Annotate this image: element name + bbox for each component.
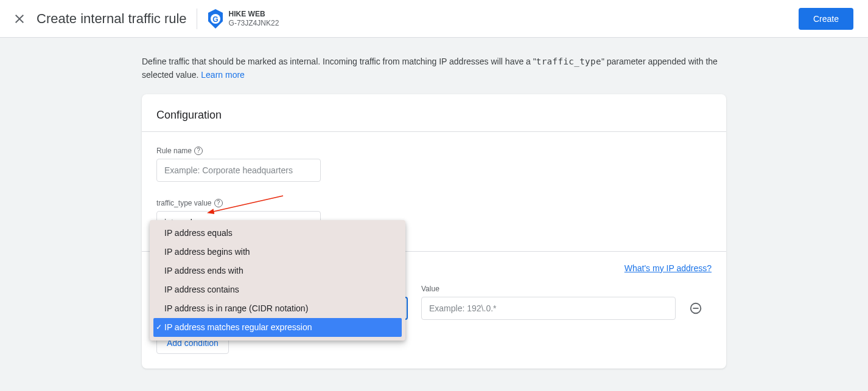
match-type-dropdown: IP address equals IP address begins with… — [150, 220, 405, 341]
remove-condition-icon[interactable] — [689, 302, 702, 315]
description-text: Define traffic that should be marked as … — [142, 55, 726, 82]
header: Create internal traffic rule G HIKE WEB … — [0, 0, 868, 38]
page-title: Create internal traffic rule — [37, 11, 187, 27]
divider — [197, 9, 197, 29]
help-icon[interactable]: ? — [214, 199, 223, 207]
property-name: HIKE WEB — [229, 10, 279, 18]
dropdown-option-ends-with[interactable]: IP address ends with — [153, 261, 402, 280]
dropdown-option-contains[interactable]: IP address contains — [153, 280, 402, 299]
whats-my-ip-link[interactable]: What's my IP address? — [625, 263, 712, 273]
dropdown-option-cidr[interactable]: IP address is in range (CIDR notation) — [153, 299, 402, 318]
close-icon[interactable] — [12, 12, 27, 26]
value-label: Value — [421, 285, 439, 293]
dropdown-option-begins-with[interactable]: IP address begins with — [153, 243, 402, 261]
dropdown-option-regex[interactable]: ✓IP address matches regular expression — [153, 318, 402, 337]
help-icon[interactable]: ? — [194, 147, 203, 155]
ga-tag-icon: G — [207, 9, 224, 29]
rule-name-label: Rule name — [156, 147, 192, 155]
traffic-type-label: traffic_type value — [156, 199, 212, 207]
property-tag: G HIKE WEB G-73JZ4JNK22 — [207, 9, 279, 29]
dropdown-option-equals[interactable]: IP address equals — [153, 224, 402, 243]
card-title: Configuration — [156, 109, 712, 122]
property-id: G-73JZ4JNK22 — [229, 19, 279, 27]
create-button[interactable]: Create — [799, 8, 853, 30]
divider — [142, 131, 726, 132]
rule-name-field: Rule name ? — [156, 147, 712, 182]
svg-text:G: G — [212, 15, 218, 24]
learn-more-link[interactable]: Learn more — [201, 70, 245, 80]
value-input[interactable] — [421, 297, 676, 320]
rule-name-input[interactable] — [156, 159, 321, 182]
